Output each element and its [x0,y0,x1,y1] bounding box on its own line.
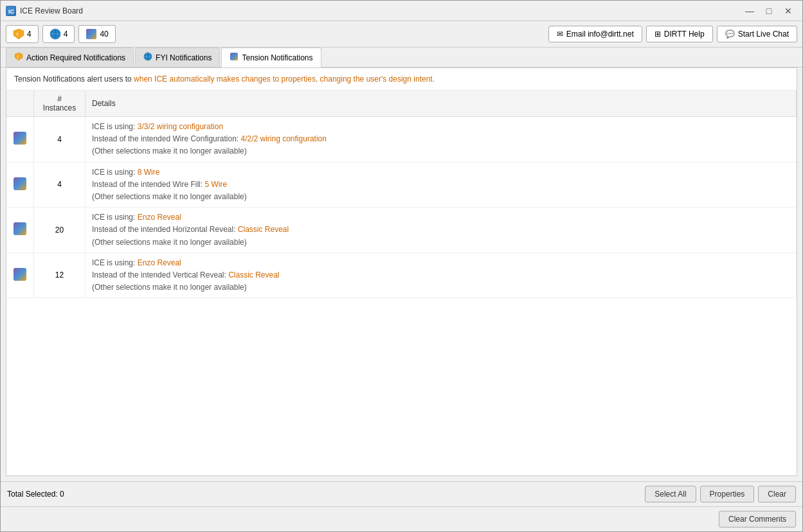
svg-text:!: ! [17,55,19,59]
notifications-table: # Instances Details 4 ICE is using: 3/3/… [6,91,797,298]
footer: Total Selected: 0 Select All Properties … [1,481,802,506]
row-detail: ICE is using: 3/3/2 wiring configuration… [86,117,797,163]
maximize-button[interactable]: □ [760,4,778,17]
description-text: Tension Notifications alert users to whe… [6,68,797,91]
fyi-count: 4 [64,30,68,39]
fyi-tab-icon [143,52,152,63]
row-icon-cell [6,117,34,163]
tension-badge[interactable]: 40 [78,25,115,43]
row-icon-cell [6,253,34,298]
title-bar-left: IC ICE Review Board [6,6,83,16]
action-required-badge[interactable]: ! 4 [6,25,39,43]
svg-text:IC: IC [8,8,15,15]
select-all-button[interactable]: Select All [645,486,696,502]
toolbar: ! 4 4 [1,21,802,48]
table-row[interactable]: 4 ICE is using: 8 Wire Instead of the in… [6,162,797,208]
svg-rect-14 [14,132,26,145]
window-controls: — □ ✕ [741,4,797,17]
col-details: Details [86,91,797,117]
tension-tab-label: Tension Notifications [242,53,312,62]
tension-icon [86,28,97,40]
chat-label: Start Live Chat [738,30,789,39]
col-icon [6,91,34,117]
toolbar-badges: ! 4 4 [6,25,116,43]
row-detail: ICE is using: Enzo Reveal Instead of the… [86,253,797,298]
svg-rect-13 [230,53,238,60]
svg-marker-2 [14,29,24,39]
row-icon-cell [6,162,34,208]
app-icon: IC [6,6,16,16]
total-value: 0 [60,490,64,499]
tab-bar: ! Action Required Notifications FYI Noti… [1,48,802,67]
email-label: Email info@dirtt.net [566,30,634,39]
row-instance-count: 4 [34,162,86,208]
row-icon-cell [6,208,34,253]
toolbar-actions: ✉ Email info@dirtt.net ⊞ DIRTT Help 💬 St… [548,26,797,42]
footer-buttons: Select All Properties Clear [645,486,796,502]
email-icon: ✉ [557,30,563,39]
notifications-table-container[interactable]: # Instances Details 4 ICE is using: 3/3/… [6,91,797,475]
svg-rect-15 [14,177,26,190]
minimize-button[interactable]: — [741,4,759,17]
properties-button[interactable]: Properties [700,486,755,502]
action-tab-label: Action Required Notifications [26,53,125,62]
table-header-row: # Instances Details [6,91,797,117]
total-selected: Total Selected: 0 [7,490,64,499]
close-button[interactable]: ✕ [779,4,797,17]
email-button[interactable]: ✉ Email info@dirtt.net [548,26,642,42]
shield-icon: ! [13,28,24,40]
main-content: Tension Notifications alert users to whe… [6,67,797,476]
row-instance-count: 20 [34,208,86,253]
col-instances: # Instances [34,91,86,117]
svg-rect-17 [14,268,26,281]
action-required-count: 4 [27,30,32,39]
tab-action-required[interactable]: ! Action Required Notifications [6,48,134,67]
help-icon: ⊞ [654,30,661,39]
row-instance-count: 12 [34,253,86,298]
window-title: ICE Review Board [20,6,83,15]
fyi-tab-label: FYI Notifications [156,53,212,62]
globe-icon [50,28,61,40]
row-detail: ICE is using: 8 Wire Instead of the inte… [86,162,797,208]
chat-icon: 💬 [725,30,735,39]
tab-tension[interactable]: Tension Notifications [221,48,321,67]
svg-rect-7 [86,29,96,39]
row-detail: ICE is using: Enzo Reveal Instead of the… [86,208,797,253]
fyi-badge[interactable]: 4 [42,25,75,43]
action-tab-icon: ! [14,52,23,63]
clear-button[interactable]: Clear [758,486,796,502]
help-button[interactable]: ⊞ DIRTT Help [646,26,713,42]
title-bar: IC ICE Review Board — □ ✕ [1,1,802,21]
tension-tab-icon [230,52,239,63]
help-label: DIRTT Help [664,30,705,39]
table-row[interactable]: 20 ICE is using: Enzo Reveal Instead of … [6,208,797,253]
bottom-bar: Clear Comments [1,506,802,531]
tab-fyi[interactable]: FYI Notifications [135,48,220,67]
main-window: IC ICE Review Board — □ ✕ ! 4 [0,0,803,532]
table-row[interactable]: 4 ICE is using: 3/3/2 wiring configurati… [6,117,797,163]
table-row[interactable]: 12 ICE is using: Enzo Reveal Instead of … [6,253,797,298]
svg-text:!: ! [17,31,19,37]
total-label: Total Selected: [7,490,58,499]
svg-rect-16 [14,222,26,235]
chat-button[interactable]: 💬 Start Live Chat [717,26,797,42]
svg-marker-8 [15,53,23,60]
clear-comments-button[interactable]: Clear Comments [719,511,796,528]
tension-count: 40 [100,30,108,39]
row-instance-count: 4 [34,117,86,163]
